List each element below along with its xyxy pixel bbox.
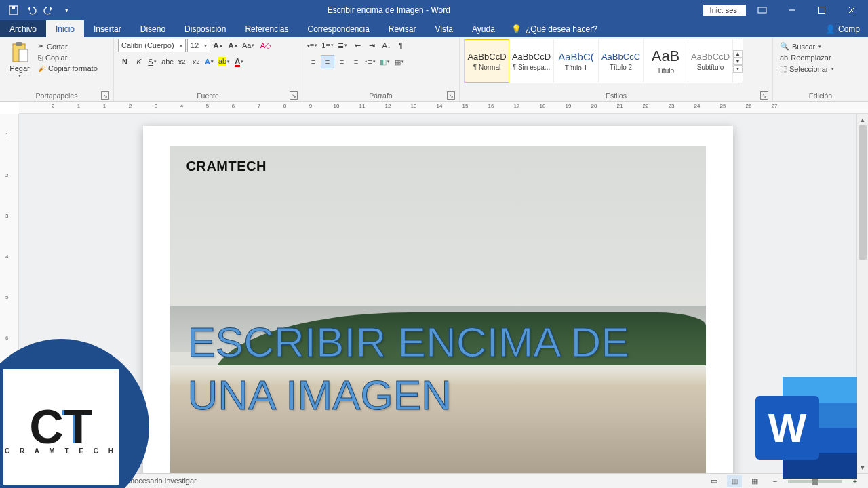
tab-insert[interactable]: Insertar	[84, 20, 131, 37]
increase-indent-button[interactable]: ⇥	[366, 39, 379, 52]
find-button[interactable]: 🔍Buscar▾	[777, 41, 826, 52]
text-effects-button[interactable]: A▾	[203, 55, 217, 68]
copy-button[interactable]: ⎘Copiar	[35, 53, 100, 62]
font-group-label: Fuente	[197, 92, 219, 100]
horizontal-ruler[interactable]: 2112345678910111213141516171819202122232…	[19, 102, 868, 114]
multilevel-button[interactable]: ≣▾	[337, 39, 351, 52]
cursor-icon: ⬚	[780, 64, 787, 73]
copy-icon: ⎘	[38, 54, 43, 62]
bullets-button[interactable]: •≡▾	[307, 39, 320, 52]
tab-references[interactable]: Referencias	[235, 20, 298, 37]
redo-icon[interactable]	[41, 2, 57, 18]
italic-button[interactable]: K	[132, 55, 146, 68]
tab-mailings[interactable]: Correspondencia	[298, 20, 378, 37]
superscript-button[interactable]: x2	[189, 55, 203, 68]
paragraph-group-label: Párrafo	[369, 92, 392, 100]
tab-help[interactable]: Ayuda	[462, 20, 505, 37]
line-spacing-button[interactable]: ↕≡▾	[363, 55, 378, 68]
style-heading1[interactable]: AaBbC(Título 1	[554, 39, 599, 83]
tab-review[interactable]: Revisar	[379, 20, 426, 37]
scroll-thumb[interactable]	[859, 125, 867, 260]
svg-rect-2	[758, 7, 766, 13]
page: CRAMTECH ESCRIBIR ENCIMA DE UNA IMAGEN	[143, 126, 733, 473]
scissors-icon: ✂	[38, 42, 44, 51]
subscript-button[interactable]: x2	[175, 55, 189, 68]
bold-button[interactable]: N	[118, 55, 132, 68]
style-title[interactable]: AaBTítulo	[644, 39, 688, 83]
style-heading2[interactable]: AaBbCcCTítulo 2	[599, 39, 644, 83]
read-mode-icon[interactable]: ▭	[707, 475, 722, 487]
styles-gallery[interactable]: AaBbCcD¶ Normal AaBbCcD¶ Sin espa... AaB…	[464, 39, 743, 83]
numbering-button[interactable]: 1≡▾	[321, 39, 336, 52]
font-color-button[interactable]: A▾	[233, 55, 247, 68]
inserted-image[interactable]: CRAMTECH ESCRIBIR ENCIMA DE UNA IMAGEN	[170, 146, 706, 473]
styles-more-icon[interactable]: ▾	[733, 65, 743, 73]
decrease-indent-button[interactable]: ⇤	[351, 39, 365, 52]
editing-group-label: Edición	[809, 92, 832, 100]
lightbulb-icon: 💡	[511, 24, 521, 34]
align-left-button[interactable]: ≡	[307, 55, 320, 68]
qat-customize-icon[interactable]: ▾	[58, 2, 75, 18]
window-title: Escribir encima de Imagen - Word	[75, 5, 703, 15]
grow-font-button[interactable]: A▲	[212, 39, 225, 52]
styles-up-icon[interactable]: ▲	[733, 50, 743, 58]
share-button[interactable]: 👤Comp	[817, 20, 868, 37]
svg-rect-4	[819, 7, 825, 14]
svg-rect-8	[16, 42, 22, 46]
change-case-button[interactable]: Aa▾	[241, 39, 257, 52]
underline-button[interactable]: S▾	[146, 55, 160, 68]
scroll-up-icon[interactable]: ▲	[857, 114, 868, 125]
tab-design[interactable]: Diseño	[131, 20, 175, 37]
strikethrough-button[interactable]: abc	[161, 55, 174, 68]
ribbon-display-icon[interactable]	[749, 0, 776, 20]
borders-button[interactable]: ▦▾	[393, 55, 407, 68]
clipboard-launcher-icon[interactable]: ↘	[101, 92, 109, 100]
image-watermark-text: CRAMTECH	[186, 159, 267, 174]
zoom-slider[interactable]	[788, 480, 842, 483]
font-launcher-icon[interactable]: ↘	[290, 92, 298, 100]
vertical-scrollbar[interactable]: ▲ ▼	[856, 114, 868, 473]
minimize-icon[interactable]	[778, 0, 806, 20]
shrink-font-button[interactable]: A▼	[226, 39, 240, 52]
styles-launcher-icon[interactable]: ↘	[760, 92, 768, 100]
sort-button[interactable]: A↓	[380, 39, 393, 52]
word-logo: W	[755, 377, 857, 479]
tab-file[interactable]: Archivo	[0, 20, 46, 37]
title-bar: ▾ Escribir encima de Imagen - Word Inic.…	[0, 0, 868, 20]
font-name-combo[interactable]: Calibri (Cuerpo)▾	[118, 39, 186, 52]
clear-formatting-button[interactable]: A◇	[258, 39, 272, 52]
svg-rect-1	[12, 6, 15, 9]
style-subtitle[interactable]: AaBbCcDSubtítulo	[688, 39, 733, 83]
replace-button[interactable]: abReemplazar	[777, 53, 834, 62]
select-button[interactable]: ⬚Seleccionar▾	[777, 64, 839, 74]
paste-button[interactable]: Pegar ▾	[4, 39, 35, 79]
style-normal[interactable]: AaBbCcD¶ Normal	[465, 39, 509, 83]
undo-icon[interactable]	[23, 2, 39, 18]
styles-down-icon[interactable]: ▼	[733, 58, 743, 65]
paragraph-launcher-icon[interactable]: ↘	[447, 92, 455, 100]
share-icon: 👤	[825, 24, 835, 34]
tab-home[interactable]: Inicio	[46, 20, 84, 37]
highlight-button[interactable]: ab▾	[218, 55, 233, 68]
sign-in-button[interactable]: Inic. ses.	[703, 5, 746, 16]
style-no-spacing[interactable]: AaBbCcD¶ Sin espa...	[509, 39, 554, 83]
show-marks-button[interactable]: ¶	[394, 39, 408, 52]
tab-view[interactable]: Vista	[426, 20, 462, 37]
tab-layout[interactable]: Disposición	[175, 20, 235, 37]
save-icon[interactable]	[5, 2, 22, 18]
format-painter-button[interactable]: 🖌Copiar formato	[35, 64, 100, 73]
maximize-icon[interactable]	[808, 0, 835, 20]
overlay-wordart[interactable]: ESCRIBIR ENCIMA DE UNA IMAGEN	[188, 316, 629, 421]
clipboard-group-label: Portapapeles	[36, 92, 78, 100]
justify-button[interactable]: ≡	[349, 55, 363, 68]
align-center-button[interactable]: ≡	[321, 55, 334, 68]
cut-button[interactable]: ✂Cortar	[35, 41, 100, 52]
replace-icon: ab	[780, 54, 788, 62]
shading-button[interactable]: ◧▾	[379, 55, 393, 68]
align-right-button[interactable]: ≡	[335, 55, 349, 68]
font-size-combo[interactable]: 12▾	[187, 39, 210, 52]
scroll-down-icon[interactable]: ▼	[857, 462, 868, 473]
tell-me-search[interactable]: 💡 ¿Qué desea hacer?	[505, 20, 604, 37]
close-icon[interactable]	[838, 0, 865, 20]
print-layout-icon[interactable]: ▥	[727, 475, 742, 487]
